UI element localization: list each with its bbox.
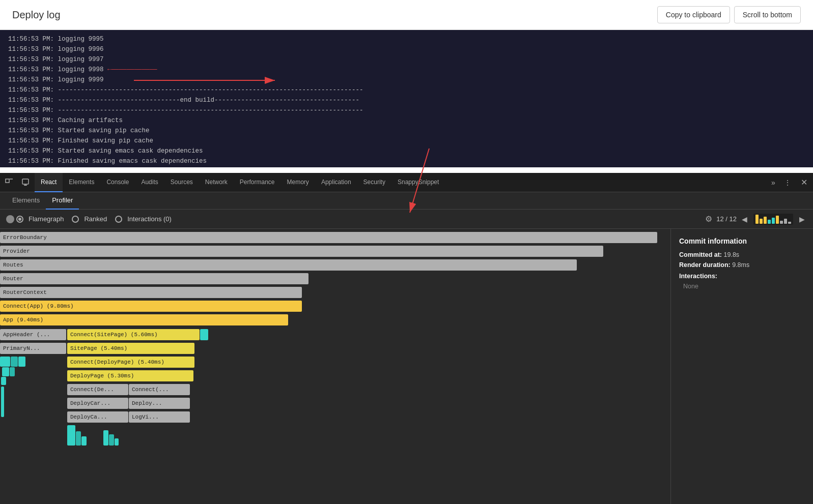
flame-row-provider[interactable]: Provider (0, 245, 670, 258)
teal-bot-2[interactable] (76, 431, 81, 446)
subtab-profiler[interactable]: Profiler (46, 192, 79, 210)
flame-block-deploypage[interactable]: DeployPage (5.30ms) (67, 370, 193, 381)
flame-block-connect-right[interactable]: Connect(... (129, 384, 190, 395)
record-button[interactable] (6, 215, 14, 223)
ranked-option[interactable]: Ranked (72, 215, 107, 223)
teal-bot-1[interactable] (67, 425, 75, 446)
teal-block-6[interactable] (1, 377, 6, 385)
flame-block-deploycar[interactable]: DeployCar... (67, 398, 128, 409)
flame-block-deploy-right[interactable]: Deploy... (129, 398, 190, 409)
bar-1 (755, 215, 759, 224)
terminal-area: 11:56:53 PM: logging 9995 11:56:53 PM: l… (0, 30, 813, 167)
interactions-option[interactable]: Interactions (0) (115, 215, 172, 223)
teal-bot-6[interactable] (115, 438, 119, 446)
teal-block-5[interactable] (10, 367, 15, 376)
flame-block-provider[interactable]: Provider (0, 246, 603, 257)
flame-block-errorboundary[interactable]: ErrorBoundary (0, 232, 657, 243)
log-line-7: 11:56:53 PM: ---------------------------… (8, 95, 805, 105)
flamegraph-option[interactable]: Flamegraph (16, 215, 64, 223)
sub-rows-area: AppHeader (... PrimaryN... (0, 327, 670, 449)
log-line-8: 11:56:53 PM: ---------------------------… (8, 105, 805, 115)
deploy-log-header: Deploy log Copy to clipboard Scroll to b… (0, 0, 813, 30)
flame-block-primaryn[interactable]: PrimaryN... (0, 343, 66, 354)
committed-at-row: Committed at: 19.8s (679, 251, 805, 258)
teal-bot-3[interactable] (81, 436, 87, 446)
flame-block-connectdeploypage[interactable]: Connect(DeployPage) (5.40ms) (67, 357, 194, 368)
teal-bar-left[interactable] (1, 387, 4, 417)
copy-to-clipboard-button[interactable]: Copy to clipboard (657, 6, 730, 23)
flame-block-router[interactable]: Router (0, 273, 309, 284)
devtools-close-icon[interactable]: ✕ (797, 175, 811, 190)
devtools-panel: React Elements Console Audits Sources Ne… (0, 173, 813, 504)
device-icon[interactable] (18, 175, 33, 190)
more-tabs-icon[interactable]: » (766, 175, 780, 190)
profiler-content: ErrorBoundary Provider Routes Router Rou… (0, 229, 813, 504)
scroll-to-bottom-button[interactable]: Scroll to bottom (734, 6, 801, 23)
right-column: Connect(SitePage) (5.60ms) SitePage (5.4… (66, 327, 670, 449)
bar-4 (768, 220, 771, 224)
teal-block-1[interactable] (0, 357, 10, 367)
flame-row-routes[interactable]: Routes (0, 258, 670, 272)
subtab-elements[interactable]: Elements (6, 192, 46, 210)
flame-block-routes[interactable]: Routes (0, 259, 577, 271)
flame-block-connectapp[interactable]: Connect(App) (9.80ms) (0, 301, 302, 312)
teal-small-right[interactable] (200, 329, 208, 340)
teal-block-4[interactable] (2, 367, 9, 376)
flame-block-appheader[interactable]: AppHeader (... (0, 329, 66, 340)
tab-react[interactable]: React (35, 173, 63, 192)
profiler-settings-icon[interactable]: ⚙ (705, 214, 712, 224)
flame-block-sitepage[interactable]: SitePage (5.40ms) (67, 343, 194, 354)
profiler-view-options: Flamegraph Ranked Interactions (0) (16, 215, 705, 223)
flame-block-connectde[interactable]: Connect(De... (67, 384, 128, 395)
devtools-tabbar: React Elements Console Audits Sources Ne… (0, 173, 813, 192)
tab-console[interactable]: Console (100, 173, 135, 192)
prev-commit-button[interactable]: ◀ (740, 214, 749, 224)
flame-block-connectsitepage[interactable]: Connect(SitePage) (5.60ms) (67, 329, 200, 340)
flamegraph-rows: ErrorBoundary Provider Routes Router Rou… (0, 229, 670, 451)
log-line-13: 11:56:53 PM: Finished saving emacs cask … (8, 156, 805, 166)
tab-elements[interactable]: Elements (63, 173, 100, 192)
flame-row-connectapp[interactable]: Connect(App) (9.80ms) (0, 300, 670, 313)
devtools-menu-icon[interactable]: ⋮ (780, 175, 795, 190)
commit-panel-title: Commit information (679, 237, 805, 245)
flame-block-deployca[interactable]: DeployCa... (67, 411, 128, 423)
teal-bot-5[interactable] (109, 434, 114, 446)
tab-snappysnippet[interactable]: SnappySnippet (391, 173, 445, 192)
log-line-10: 11:56:53 PM: Started saving pip cache (8, 126, 805, 136)
flame-row-router[interactable]: Router (0, 272, 670, 285)
flame-block-logvi[interactable]: LogVi... (129, 411, 190, 423)
tab-network[interactable]: Network (199, 173, 234, 192)
log-line-1: 11:56:53 PM: logging 9995 (8, 34, 805, 44)
svg-rect-0 (6, 179, 9, 183)
bar-6 (776, 216, 779, 224)
interactions-label: Interactions: (679, 273, 805, 280)
log-line-2: 11:56:53 PM: logging 9996 (8, 44, 805, 54)
tab-application[interactable]: Application (315, 173, 357, 192)
flamegraph-area: ErrorBoundary Provider Routes Router Rou… (0, 229, 670, 504)
deploy-log-title: Deploy log (12, 9, 61, 21)
log-line-4: 11:56:53 PM: logging 9998 ←———————————— (8, 65, 805, 75)
profiler-toolbar: Flamegraph Ranked Interactions (0) ⚙ 12 … (0, 210, 813, 229)
tab-performance[interactable]: Performance (234, 173, 281, 192)
bar-8 (784, 219, 787, 224)
flame-block-app[interactable]: App (9.40ms) (0, 314, 288, 325)
commit-panel: Commit information Committed at: 19.8s R… (670, 229, 813, 504)
next-commit-button[interactable]: ▶ (797, 214, 807, 224)
tab-audits[interactable]: Audits (135, 173, 164, 192)
commit-barchart[interactable] (753, 214, 793, 225)
inspect-element-icon[interactable] (2, 175, 16, 190)
log-line-6: 11:56:53 PM: ---------------------------… (8, 85, 805, 95)
tab-security[interactable]: Security (357, 173, 391, 192)
bar-3 (764, 217, 767, 224)
tab-sources[interactable]: Sources (164, 173, 199, 192)
svg-rect-2 (22, 179, 29, 184)
teal-block-2[interactable] (11, 357, 18, 367)
flame-row-routercontext[interactable]: RouterContext (0, 286, 670, 299)
flame-block-routercontext[interactable]: RouterContext (0, 287, 302, 298)
flame-row-errorboundary[interactable]: ErrorBoundary (0, 231, 670, 244)
flame-row-app[interactable]: App (9.40ms) (0, 313, 670, 327)
teal-bot-4[interactable] (103, 430, 108, 446)
teal-block-3[interactable] (18, 357, 25, 367)
tab-memory[interactable]: Memory (281, 173, 315, 192)
render-duration-row: Render duration: 9.8ms (679, 261, 805, 269)
